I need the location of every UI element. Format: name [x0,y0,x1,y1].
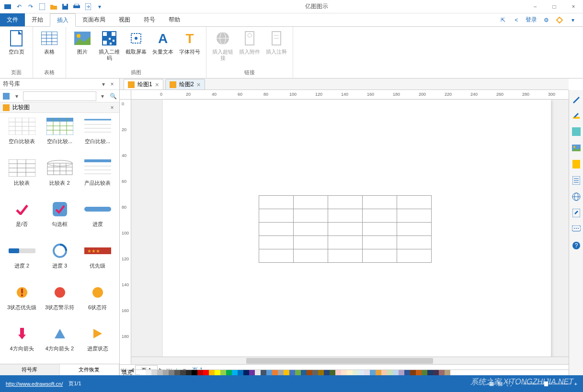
search-dropdown-icon[interactable]: ▾ [98,92,107,101]
color-swatch[interactable] [192,370,197,376]
color-swatch[interactable] [416,370,422,376]
menu-pagelayout[interactable]: 页面布局 [76,13,112,26]
color-swatch[interactable] [249,370,255,376]
shape-item[interactable]: 4方向箭头 [4,324,40,360]
color-swatch[interactable] [307,370,312,376]
notes-tool-icon[interactable] [571,159,582,169]
color-swatch[interactable] [180,370,186,376]
panel-close-icon[interactable]: × [108,80,116,89]
view-mode-normal-icon[interactable]: ▦ [489,381,494,387]
maximize-button[interactable]: □ [545,0,564,13]
shape-item[interactable]: 产品比较表 [80,158,115,194]
color-swatch[interactable] [387,370,393,376]
color-swatch[interactable] [278,370,284,376]
color-swatch[interactable] [284,370,289,376]
font-symbol-button[interactable]: T字体符号 [177,29,202,68]
color-swatch[interactable] [358,370,364,376]
color-swatch[interactable] [226,370,232,376]
qat-dropdown-icon[interactable]: ▾ [95,2,104,11]
comment-tool-icon[interactable] [571,224,582,235]
menu-insert[interactable]: 插入 [50,13,76,27]
canvas-page[interactable] [163,100,551,364]
menu-view[interactable]: 视图 [112,13,137,26]
menu-file[interactable]: 文件 [0,13,25,26]
redo-icon[interactable]: ↷ [26,2,35,11]
help-tool-icon[interactable]: ? [571,240,582,251]
color-swatch[interactable] [289,370,295,376]
library-dropdown-icon[interactable]: ▾ [12,92,21,101]
shape-item[interactable]: 3状态优先级 [4,283,40,319]
highlight-tool-icon[interactable] [571,110,582,121]
color-swatch[interactable] [364,370,370,376]
search-icon[interactable]: 🔍 [109,92,117,101]
image-tool-icon[interactable] [571,143,582,153]
print-icon[interactable] [72,2,81,11]
color-swatch[interactable] [266,370,272,376]
tab-file-recovery[interactable]: 文件恢复 [60,364,120,375]
color-swatch[interactable] [445,370,450,376]
color-swatch[interactable] [238,370,243,376]
doctab-close-icon[interactable]: × [197,81,201,89]
panel-menu-icon[interactable]: ▾ [99,80,108,89]
table-button[interactable]: 表格 [37,29,62,68]
qrcode-button[interactable]: 插入二维码 [97,29,122,68]
color-swatch[interactable] [353,370,358,376]
color-swatch[interactable] [404,370,410,376]
color-swatch[interactable] [370,370,376,376]
share-external-icon[interactable]: ⇱ [499,16,507,24]
qat-menu-icon[interactable] [3,2,12,11]
shape-item[interactable]: 6状态符 [80,283,115,319]
shape-item[interactable]: 空白比较... [80,117,115,153]
horizontal-scrollbar[interactable] [131,357,569,364]
color-swatch[interactable] [255,370,261,376]
color-swatch[interactable] [243,370,249,376]
inserted-table[interactable] [259,195,432,263]
login-link[interactable]: 登录 [526,16,537,24]
color-swatch[interactable] [232,370,238,376]
close-button[interactable]: × [564,0,583,13]
minimize-button[interactable]: − [526,0,545,13]
color-swatch[interactable] [163,370,169,376]
color-swatch[interactable] [186,370,192,376]
picture-button[interactable]: 图片 [70,29,95,68]
color-swatch[interactable] [301,370,307,376]
shape-item[interactable]: 3状态警示符 [42,283,78,319]
color-swatch[interactable] [376,370,381,376]
color-swatch[interactable] [140,370,146,376]
color-swatch[interactable] [324,370,330,376]
color-swatch[interactable] [209,370,215,376]
globe-tool-icon[interactable] [571,191,582,202]
color-swatch[interactable] [427,370,433,376]
color-swatch[interactable] [318,370,324,376]
view-mode-full-icon[interactable]: ⛶ [506,381,512,387]
list-tool-icon[interactable] [571,175,582,186]
zoom-slider[interactable] [523,383,571,385]
color-swatch[interactable] [151,370,157,376]
color-swatch[interactable] [439,370,445,376]
color-swatch[interactable] [146,370,151,376]
menu-symbol[interactable]: 符号 [137,13,162,26]
view-mode-read-icon[interactable]: ▤ [498,381,503,387]
document-tab[interactable]: 绘图2× [165,79,205,90]
document-tab[interactable]: 绘图1× [124,79,163,90]
library-picker-icon[interactable] [2,92,11,101]
pen-tool-icon[interactable] [571,94,582,104]
shape-item[interactable]: ★★★优先级 [80,241,115,277]
color-swatch[interactable] [174,370,180,376]
color-swatch[interactable] [399,370,404,376]
shape-item[interactable]: 勾选框 [42,200,78,235]
status-url[interactable]: http://www.edrawsoft.cn/ [6,381,63,387]
color-swatch[interactable] [272,370,278,376]
color-swatch[interactable] [215,370,220,376]
color-swatch[interactable] [220,370,226,376]
gear-icon[interactable]: ⚙ [542,16,550,24]
zoom-in-icon[interactable]: + [574,381,577,387]
shape-item[interactable]: 4方向箭头 2 [42,324,78,360]
undo-icon[interactable]: ↶ [14,2,24,11]
share-icon[interactable]: < [512,16,521,24]
color-swatch[interactable] [197,370,203,376]
color-swatch[interactable] [295,370,301,376]
save-icon[interactable] [60,2,70,11]
color-swatch[interactable] [312,370,318,376]
shape-item[interactable]: 进度 3 [42,241,78,277]
